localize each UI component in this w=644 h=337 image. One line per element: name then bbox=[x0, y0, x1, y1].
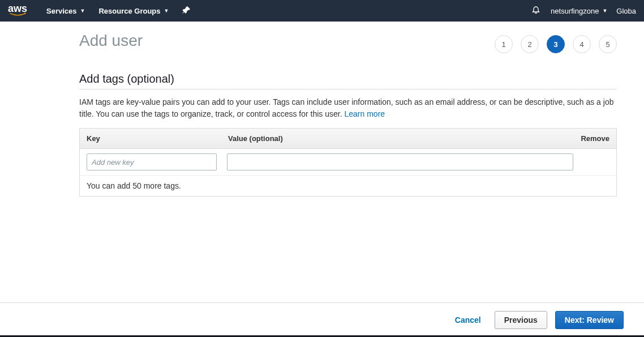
learn-more-link[interactable]: Learn more bbox=[344, 109, 385, 118]
pin-icon[interactable] bbox=[182, 6, 190, 16]
previous-button[interactable]: Previous bbox=[495, 311, 547, 329]
bell-icon[interactable] bbox=[531, 6, 540, 16]
tags-table-header: Key Value (optional) Remove bbox=[80, 129, 616, 149]
nav-region[interactable]: Globa bbox=[616, 7, 636, 15]
chevron-down-icon: ▼ bbox=[80, 8, 85, 14]
col-key-header: Key bbox=[87, 134, 228, 143]
chevron-down-icon: ▼ bbox=[164, 8, 169, 14]
tag-key-input[interactable] bbox=[87, 153, 217, 170]
wizard-steps: 1 2 3 4 5 bbox=[495, 35, 617, 53]
aws-logo[interactable]: aws bbox=[8, 3, 28, 17]
nav-resource-groups[interactable]: Resource Groups ▼ bbox=[98, 7, 169, 15]
divider bbox=[79, 89, 617, 89]
cancel-button[interactable]: Cancel bbox=[449, 311, 487, 329]
tag-row bbox=[80, 149, 616, 175]
tags-table: Key Value (optional) Remove You can add … bbox=[79, 128, 617, 197]
step-1[interactable]: 1 bbox=[495, 35, 513, 53]
col-remove-header: Remove bbox=[570, 134, 609, 143]
top-nav: aws Services ▼ Resource Groups ▼ netsurf… bbox=[0, 0, 644, 22]
nav-account[interactable]: netsurfingzone ▼ bbox=[551, 7, 607, 15]
nav-account-label: netsurfingzone bbox=[551, 7, 599, 15]
main-content: Add user 1 2 3 4 5 Add tags (optional) I… bbox=[0, 22, 644, 197]
nav-resource-groups-label: Resource Groups bbox=[98, 7, 160, 15]
nav-region-label: Globa bbox=[616, 7, 636, 15]
step-3[interactable]: 3 bbox=[547, 35, 565, 53]
step-5[interactable]: 5 bbox=[599, 35, 617, 53]
footer-actions: Cancel Previous Next: Review bbox=[0, 302, 644, 337]
aws-logo-text: aws bbox=[8, 3, 27, 14]
tag-value-input[interactable] bbox=[227, 153, 573, 170]
section-description: IAM tags are key-value pairs you can add… bbox=[79, 96, 617, 120]
section-title: Add tags (optional) bbox=[79, 72, 617, 89]
tag-counter: You can add 50 more tags. bbox=[80, 176, 616, 196]
step-4[interactable]: 4 bbox=[573, 35, 591, 53]
col-value-header: Value (optional) bbox=[228, 134, 570, 143]
step-2[interactable]: 2 bbox=[521, 35, 539, 53]
next-review-button[interactable]: Next: Review bbox=[555, 311, 624, 329]
chevron-down-icon: ▼ bbox=[602, 8, 607, 14]
nav-services-label: Services bbox=[46, 7, 77, 15]
nav-services[interactable]: Services ▼ bbox=[46, 7, 85, 15]
